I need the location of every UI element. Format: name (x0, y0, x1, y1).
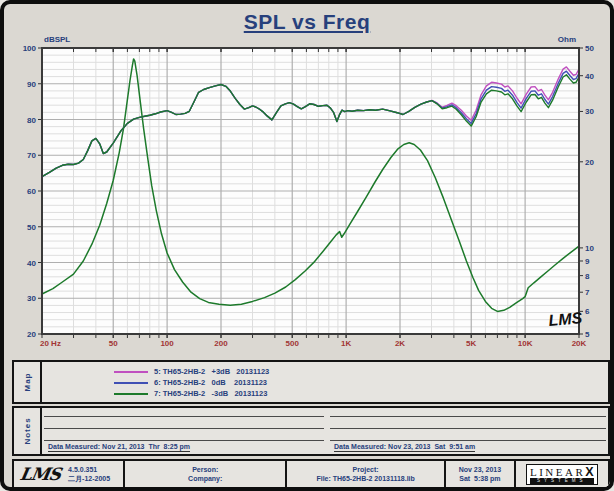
legend-label: 7: TH65-2HB-2 -3dB 20131123 (154, 389, 267, 398)
legend-label: 5: TH65-2HB-2 +3dB 20131123 (154, 367, 269, 376)
y-right-tick-label: 7 (585, 288, 590, 297)
app-version-date: 二月-12-2005 (68, 474, 110, 483)
status-date: Nov 23, 2013 (459, 465, 501, 474)
y-left-axis-title: dBSPL (44, 35, 70, 44)
note-rule (44, 416, 324, 417)
brand-x: X (585, 465, 593, 479)
x-tick-label: 500 (286, 339, 300, 348)
legend-row: 7: TH65-2HB-2 -3dB 20131123 (114, 388, 269, 399)
x-tick-label: 5K (466, 339, 476, 348)
app-version: 4.5.0.351 (68, 465, 110, 474)
y-right-tick-label: 9 (585, 257, 590, 266)
legend-row: 6: TH65-2HB-2 0dB 20131123 (114, 377, 269, 388)
x-tick-label: 20 Hz (40, 339, 61, 348)
y-right-tick-label: 40 (585, 72, 594, 81)
legend-line-swatch (114, 382, 148, 384)
legend-label: 6: TH65-2HB-2 0dB 20131123 (154, 378, 267, 387)
y-left-tick-label: 100 (23, 44, 37, 53)
notes-panel-label: Notes (23, 417, 32, 444)
y-right-tick-label: 6 (585, 307, 590, 316)
company-label: Company: (188, 474, 222, 483)
notes-panel-strip: Notes (14, 408, 42, 454)
note-rule (330, 440, 606, 441)
x-tick-label: 2K (395, 339, 405, 348)
note-rule (330, 428, 606, 429)
brand-systems: SYSTEMS (530, 478, 594, 484)
lms-watermark: LMS (548, 309, 583, 329)
y-left-tick-label: 50 (27, 223, 36, 232)
status-cell-project: Project: File: TH65-2HB-2 20131118.lib (287, 461, 446, 487)
notes-column-left: Data Measured: Nov 21, 2013 Thr 8:25 pm (44, 408, 324, 454)
legend-line-swatch (114, 393, 148, 395)
y-right-tick-label: 5 (585, 330, 590, 339)
status-cell-person: Person: Company: (125, 461, 287, 487)
file-label: File: TH65-2HB-2 20131118.lib (316, 474, 414, 483)
status-cell-brand: LINEARX SYSTEMS (516, 461, 608, 487)
map-panel-strip: Map (14, 362, 42, 402)
lms-window: SPL vs Freq dBSPLOhm10090807060504030205… (0, 0, 614, 491)
y-right-tick-label: 20 (585, 158, 594, 167)
y-left-tick-label: 20 (27, 330, 36, 339)
map-panel: Map 5: TH65-2HB-2 +3dB 20131123 6: TH65-… (12, 360, 610, 404)
y-left-tick-label: 80 (27, 116, 36, 125)
note-rule (44, 428, 324, 429)
notes-panel: Notes Data Measured: Nov 21, 2013 Thr 8:… (12, 406, 610, 456)
legend-row: 5: TH65-2HB-2 +3dB 20131123 (114, 366, 269, 377)
y-left-tick-label: 30 (27, 294, 36, 303)
project-label: Project: (353, 465, 379, 474)
data-measured-left: Data Measured: Nov 21, 2013 Thr 8:25 pm (48, 443, 190, 452)
map-panel-label: Map (23, 373, 32, 392)
lms-logo: LMS (18, 464, 62, 484)
notes-column-right: Data Measured: Nov 23, 2013 Sat 9:51 am (330, 408, 606, 454)
y-right-tick-label: 8 (585, 272, 590, 281)
curve-legend: 5: TH65-2HB-2 +3dB 20131123 6: TH65-2HB-… (114, 366, 269, 399)
note-rule (330, 416, 606, 417)
y-right-axis-title: Ohm (558, 35, 576, 44)
data-measured-right: Data Measured: Nov 23, 2013 Sat 9:51 am (334, 443, 475, 452)
y-right-tick-label: 30 (585, 107, 594, 116)
x-tick-label: 10K (518, 339, 533, 348)
y-right-tick-label: 50 (585, 44, 594, 53)
x-tick-label: 20K (572, 339, 587, 348)
status-cell-version: LMS 4.5.0.351 二月-12-2005 (14, 461, 125, 487)
x-tick-label: 200 (214, 339, 228, 348)
y-left-tick-label: 40 (27, 259, 36, 268)
y-left-tick-label: 90 (27, 80, 36, 89)
y-left-tick-label: 60 (27, 187, 36, 196)
legend-line-swatch (114, 371, 148, 373)
status-bar: LMS 4.5.0.351 二月-12-2005 Person: Company… (12, 459, 610, 489)
x-tick-label: 50 (109, 339, 118, 348)
x-tick-label: 1K (341, 339, 351, 348)
y-right-tick-label: 10 (585, 244, 594, 253)
brand-linear: LINEAR (530, 466, 585, 478)
linearx-logo: LINEARX SYSTEMS (526, 464, 598, 485)
note-rule (44, 440, 324, 441)
status-cell-datetime: Nov 23, 2013 Sat 5:38 pm (446, 461, 516, 487)
spl-vs-freq-plot: dBSPLOhm10090807060504030205040302010987… (4, 4, 614, 356)
person-label: Person: (192, 465, 218, 474)
status-time: Sat 5:38 pm (459, 474, 500, 483)
y-left-tick-label: 70 (27, 151, 36, 160)
x-tick-label: 100 (160, 339, 174, 348)
